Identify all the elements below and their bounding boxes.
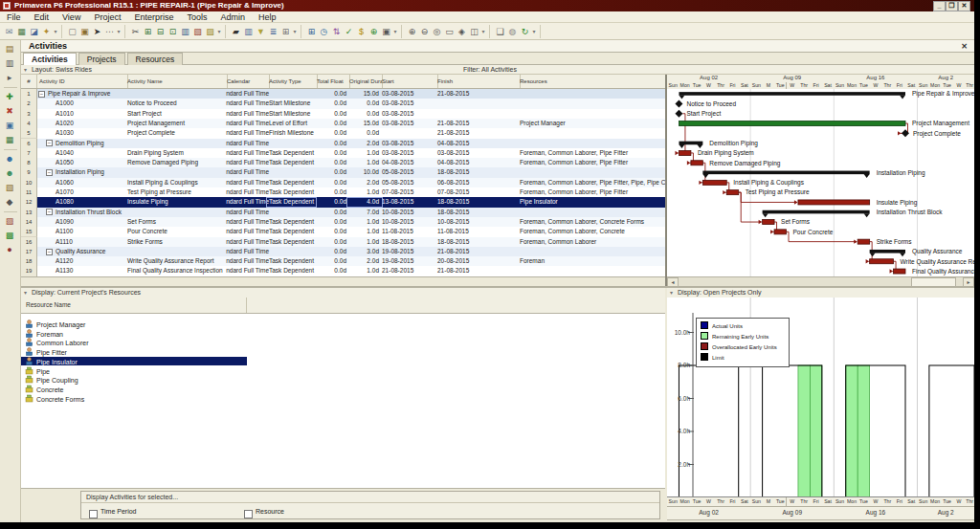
toolbar-overflow-icon[interactable]: ▾ — [292, 28, 298, 34]
table-row[interactable]: 12A1080Insulate Pipingndard Full TimeTas… — [21, 197, 665, 207]
toolbar-overflow-icon[interactable]: ▾ — [216, 28, 222, 34]
print-icon[interactable]: ▥ — [0, 56, 19, 71]
column-header-original-duration[interactable]: Original Duration — [346, 75, 383, 89]
column-header--[interactable]: # — [21, 75, 37, 89]
title-bar[interactable]: Primavera P6 Professional R15.1 : PIPE R… — [0, 0, 974, 11]
table-row[interactable]: 8A1050Remove Damaged Pipingndard Full Ti… — [21, 158, 665, 167]
link-icon[interactable]: ◍ — [506, 25, 519, 38]
table-row[interactable]: 19A1130Final Quality Assurance Inspectio… — [21, 266, 665, 276]
resource-row[interactable]: Pipe Coupling — [21, 375, 247, 385]
delete-icon[interactable]: ✖ — [0, 104, 19, 119]
attach-icon[interactable]: ◈ — [456, 25, 468, 38]
progress-icon[interactable]: ✓ — [343, 25, 355, 38]
gantt-task-bar[interactable] — [679, 121, 905, 126]
new-window-icon[interactable]: ▢ — [66, 25, 78, 38]
menu-help[interactable]: Help — [252, 11, 283, 23]
layout-icon[interactable]: ◪ — [28, 25, 40, 38]
collapse-icon[interactable]: − — [46, 249, 53, 255]
column-header-activity-id[interactable]: Activity ID — [36, 75, 128, 89]
resource-checkbox[interactable] — [244, 510, 253, 518]
copy-icon[interactable]: ⊞ — [142, 25, 154, 38]
split-icon[interactable]: ◫ — [468, 25, 480, 38]
directory-icon[interactable]: ▤ — [0, 42, 19, 56]
maximize-button[interactable]: ❐ — [946, 1, 958, 11]
resources-icon[interactable]: ☻ — [0, 152, 19, 166]
gantt-task-bar[interactable] — [798, 200, 870, 205]
table-row[interactable]: 11A1070Test Piping at Pressurendard Full… — [21, 187, 665, 197]
toolbar-overflow-icon[interactable]: ▾ — [531, 28, 537, 34]
time-period-checkbox[interactable] — [89, 510, 98, 518]
gantt-milestone-icon[interactable] — [675, 99, 682, 107]
roles-icon[interactable]: ▣ — [380, 25, 392, 38]
relationships-icon[interactable]: ◆ — [0, 195, 19, 209]
expand-icon[interactable]: ▸ — [0, 71, 19, 85]
column-header-resources[interactable]: Resources — [517, 75, 665, 89]
gantt-summary-bar[interactable] — [870, 250, 905, 253]
collapse-icon[interactable]: − — [46, 169, 53, 176]
vertical-splitter[interactable] — [665, 75, 667, 286]
column-header-finish[interactable]: Finish — [434, 75, 521, 89]
resource-row[interactable]: Project Manager — [21, 320, 247, 329]
level-resources-icon[interactable]: ⇅ — [330, 25, 343, 38]
table-row[interactable]: 18A1120Write Quality Assurance Reportnda… — [21, 256, 665, 266]
table-row[interactable]: 17−Quality Assurancendard Full Time0.0d3… — [21, 247, 665, 256]
menu-tools[interactable]: Tools — [180, 11, 213, 23]
select-icon[interactable]: ➤ — [91, 25, 103, 38]
resource-row[interactable]: Pipe Fitter — [21, 347, 247, 357]
timescale-icon[interactable]: ▭ — [443, 25, 456, 38]
gantt-task-bar[interactable] — [691, 161, 702, 165]
open-icon[interactable]: ▣ — [78, 25, 91, 38]
gantt-task-bar[interactable] — [679, 150, 690, 155]
gantt-hscrollbar[interactable]: ◄► — [667, 276, 974, 286]
layout-filter-bar[interactable]: ▾ Layout: Swiss Rides Filter: All Activi… — [21, 65, 974, 75]
gantt-milestone-icon[interactable] — [675, 110, 682, 118]
gantt-summary-bar[interactable] — [679, 142, 702, 145]
tab-projects[interactable]: Projects — [78, 53, 125, 65]
column-header-total-float[interactable]: Total Float — [314, 75, 350, 89]
usage-icon[interactable]: ▩ — [0, 229, 19, 243]
tab-resources[interactable]: Resources — [127, 53, 184, 65]
copy-row-icon[interactable]: ▣ — [0, 119, 19, 133]
fit-icon[interactable]: ⊞ — [279, 25, 292, 38]
table-row[interactable]: 7A1040Drain Piping Systemndard Full Time… — [21, 148, 665, 158]
reports-icon[interactable]: ▥ — [179, 25, 191, 38]
roles-icon[interactable]: ☻ — [0, 166, 19, 181]
table-row[interactable]: 2A1000Notice to Proceedndard Full TimeSt… — [21, 99, 665, 108]
resource-row[interactable]: Concrete Forms — [21, 394, 247, 404]
gantt-icon[interactable]: ▧ — [191, 25, 204, 38]
gantt-summary-bar[interactable] — [702, 171, 869, 175]
assign-icon[interactable]: ⊕ — [368, 25, 380, 38]
menu-edit[interactable]: Edit — [28, 11, 56, 23]
fill-down-icon[interactable]: ⊡ — [167, 25, 179, 38]
resource-row[interactable]: Concrete — [21, 385, 247, 394]
gantt-task-bar[interactable] — [763, 220, 774, 225]
network-icon[interactable]: ⊞ — [305, 25, 318, 38]
cut-icon[interactable]: ✂ — [129, 25, 142, 38]
table-row[interactable]: 3A1010Start Projectndard Full TimeStart … — [21, 109, 665, 119]
gantt-task-bar[interactable] — [894, 269, 905, 274]
table-row[interactable]: 15A1100Pour Concretendard Full TimeTask … — [21, 227, 665, 236]
resource-name-column-header[interactable]: Resource Name — [21, 298, 247, 313]
menu-project[interactable]: Project — [87, 11, 127, 23]
table-row[interactable]: 10A1060Install Piping & Couplingsndard F… — [21, 178, 665, 187]
table-hscroll-strip[interactable] — [21, 276, 665, 286]
table-row[interactable]: 5A1030Project Completendard Full TimeFin… — [21, 128, 665, 138]
filter-icon[interactable]: ▼ — [255, 25, 267, 38]
menu-enterprise[interactable]: Enterprise — [127, 11, 180, 23]
comment-icon[interactable]: ❑ — [494, 25, 506, 38]
zoom-out-icon[interactable]: ⊖ — [418, 25, 431, 38]
table-row[interactable]: 14A1090Set Formsndard Full TimeTask Depe… — [21, 217, 665, 227]
menu-view[interactable]: View — [56, 11, 87, 23]
add-icon[interactable]: ✚ — [0, 90, 19, 104]
zoom-fit-icon[interactable]: ◎ — [431, 25, 443, 38]
filter-label[interactable]: Filter: All Activities — [463, 65, 517, 75]
column-header-calendar[interactable]: Calendar — [224, 75, 270, 89]
collapse-icon[interactable]: − — [38, 91, 45, 98]
bars-icon[interactable]: ▰ — [230, 25, 242, 38]
gantt-summary-bar[interactable] — [679, 92, 905, 96]
menu-file[interactable]: File — [0, 11, 28, 23]
gantt-summary-bar[interactable] — [763, 210, 870, 214]
table-row[interactable]: 16A1110Strike Formsndard Full TimeTask D… — [21, 237, 665, 247]
column-header-start[interactable]: Start — [379, 75, 438, 89]
remaining-units-bar[interactable] — [810, 365, 821, 497]
